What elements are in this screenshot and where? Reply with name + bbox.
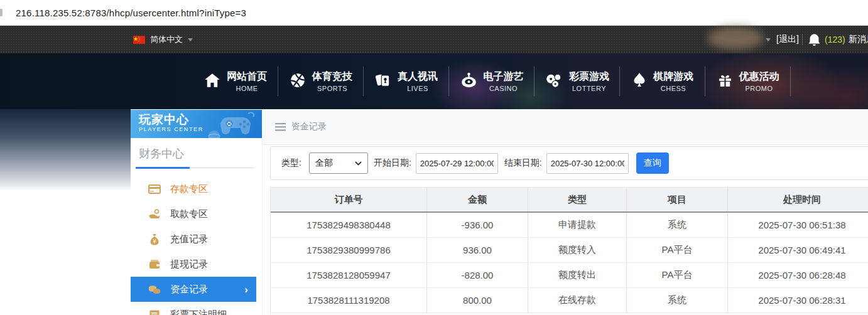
page: 216.118.235.52:8783/hhcp/usercenter.html… (0, 0, 868, 315)
nav-label-zh: 电子游艺 (484, 70, 524, 83)
cell-process-time: 2025-07-30 06:28:31 (728, 288, 868, 312)
sports-icon (290, 72, 306, 91)
nav-label-zh: 网站首页 (227, 70, 267, 83)
sidebar-divider (136, 168, 254, 168)
nav-label-zh: 彩票游戏 (569, 70, 609, 83)
col-header-amount: 金额 (427, 188, 528, 211)
cell-amount: -828.00 (427, 263, 528, 287)
col-header-order-no: 订单号 (271, 188, 427, 211)
nav-item-chess[interactable]: 棋牌游戏CHESS (620, 53, 705, 109)
language-selector[interactable]: 简体中文 (133, 26, 193, 53)
filter-bar: 类型: 全部 开始日期: 结束日期: 查询 (270, 146, 868, 180)
sidebar-header: 玩家中心 PLAYERS CENTER (131, 110, 262, 138)
col-header-project: 项目 (627, 188, 728, 211)
col-header-type: 类型 (528, 188, 627, 211)
breadcrumb: 资金记录 (263, 109, 868, 145)
chevron-down-icon (188, 38, 193, 41)
chevron-right-icon: › (244, 284, 248, 295)
svg-text:¥: ¥ (153, 238, 156, 244)
cell-type: 额度转出 (528, 263, 627, 287)
hand-money-icon (148, 208, 161, 220)
language-label: 简体中文 (150, 34, 183, 45)
funds-record-table: 订单号 金额 类型 项目 处理时间 1753829498380448 -936.… (270, 187, 868, 313)
wallet-icon (148, 258, 161, 270)
url-text: 216.118.235.52:8783/hhcp/usercenter.html… (16, 8, 246, 18)
cell-process-time: 2025-07-30 06:28:48 (728, 263, 868, 287)
cell-order-no: 1753829498380448 (271, 213, 427, 237)
start-date-input[interactable] (416, 153, 498, 174)
nav-item-home[interactable]: 网站首页HOME (193, 53, 278, 109)
table-header-row: 订单号 金额 类型 项目 处理时间 (271, 188, 868, 213)
nav-label-zh: 真人视讯 (398, 70, 438, 83)
sidebar-menu: 存款专区 取款专区 ¥ 充值记录 提现记录 资金记录 › 彩票下注 (131, 176, 262, 315)
nav-item-promo[interactable]: 优惠活动PROMO (705, 53, 791, 109)
list-document-icon (148, 308, 161, 315)
cell-process-time: 2025-07-30 06:51:38 (728, 213, 868, 237)
cell-type: 在线存款 (528, 288, 627, 312)
sidebar-item-label: 提现记录 (170, 259, 208, 270)
nav-item-sports[interactable]: 体育竞技SPORTS (278, 53, 364, 109)
nav-label-zh: 体育竞技 (312, 70, 352, 83)
end-date-input[interactable] (546, 153, 629, 174)
lottery-balls-icon (545, 72, 563, 91)
table-row: 1753828111319208 800.00 在线存款 系统 2025-07-… (271, 288, 868, 313)
banner-fade (0, 109, 131, 191)
money-bag-icon: ¥ (148, 233, 161, 245)
coins-icon (148, 283, 161, 296)
breadcrumb-label: 资金记录 (291, 121, 327, 132)
sidebar-item-label: 取款专区 (170, 208, 208, 220)
nav-item-lottery[interactable]: 彩票游戏LOTTERY (534, 53, 620, 109)
cell-amount: -936.00 (427, 213, 528, 237)
cell-project: 系统 (627, 213, 728, 237)
nav-label-en: HOME (236, 85, 258, 92)
logout-button[interactable]: [退出] (776, 26, 799, 53)
top-bar: 简体中文 [退出] (123) 新消息 (0, 26, 868, 53)
china-flag-icon (133, 36, 145, 44)
new-messages-link[interactable]: 新消息 (849, 26, 868, 53)
sidebar-item-withdraw-record[interactable]: 提现记录 (131, 252, 262, 277)
gamepad-icon (205, 111, 259, 138)
end-date-label: 结束日期: (504, 158, 542, 169)
cell-type: 额度转入 (528, 238, 627, 262)
nav-label-en: CHESS (661, 85, 686, 92)
browser-url-bar[interactable]: 216.118.235.52:8783/hhcp/usercenter.html… (0, 0, 868, 26)
nav-item-casino[interactable]: 电子游艺CASINO (449, 53, 534, 109)
table-row: 1753829380999786 936.00 额度转入 PA平台 2025-0… (271, 238, 868, 263)
nav-label-zh: 优惠活动 (739, 70, 779, 83)
col-header-process-time: 处理时间 (728, 188, 868, 211)
select-chevron-icon (355, 161, 362, 166)
home-icon (204, 73, 220, 90)
nav-label-en: LIVES (407, 85, 428, 92)
user-chevron-down-icon[interactable] (766, 38, 771, 41)
cell-type: 申请提款 (528, 213, 627, 237)
table-body: 1753829498380448 -936.00 申请提款 系统 2025-07… (271, 213, 868, 313)
lives-cards-icon (375, 72, 391, 91)
username-redacted[interactable] (707, 27, 764, 50)
sidebar-item-deposit-zone[interactable]: 存款专区 (131, 176, 262, 201)
notification-bell-icon[interactable] (808, 33, 820, 48)
sidebar-item-label: 充值记录 (170, 233, 208, 245)
cell-amount: 936.00 (427, 238, 528, 262)
sidebar-item-withdraw-zone[interactable]: 取款专区 (131, 201, 262, 227)
hamburger-icon[interactable] (275, 123, 286, 131)
nav-items: 网站首页HOME 体育竞技SPORTS 真人视讯LIVES 电子游艺CASINO… (193, 53, 791, 109)
sidebar-item-label: 资金记录 (170, 284, 208, 296)
message-count-badge[interactable]: (123) (825, 26, 845, 53)
table-row: 1753828128059947 -828.00 额度转出 PA平台 2025-… (271, 263, 868, 288)
sidebar-item-label: 存款专区 (170, 183, 208, 195)
search-button[interactable]: 查询 (636, 152, 669, 174)
sidebar-item-funds-record[interactable]: 资金记录 › (131, 277, 256, 302)
sidebar-section-title: 财务中心 (139, 146, 262, 161)
browser-icon-fragment (0, 9, 3, 16)
table-row: 1753829498380448 -936.00 申请提款 系统 2025-07… (271, 213, 868, 238)
nav-item-lives[interactable]: 真人视讯LIVES (364, 53, 449, 109)
type-select[interactable]: 全部 (309, 152, 368, 174)
sidebar-item-lottery-bet-details[interactable]: 彩票下注明细 (131, 302, 262, 315)
type-label: 类型: (281, 158, 301, 169)
cell-order-no: 1753828128059947 (271, 263, 427, 287)
deposit-card-icon (148, 183, 161, 195)
sidebar-item-label: 彩票下注明细 (170, 309, 227, 315)
chess-spade-icon (632, 72, 647, 91)
nav-label-en: CASINO (489, 85, 518, 92)
sidebar-item-recharge-record[interactable]: ¥ 充值记录 (131, 227, 262, 252)
